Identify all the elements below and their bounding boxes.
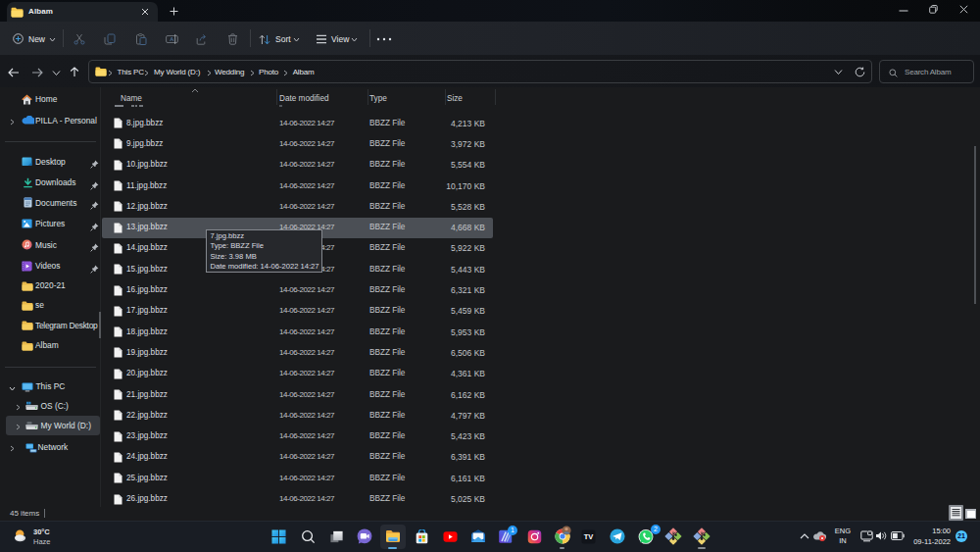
svg-text:TV: TV	[584, 532, 594, 541]
